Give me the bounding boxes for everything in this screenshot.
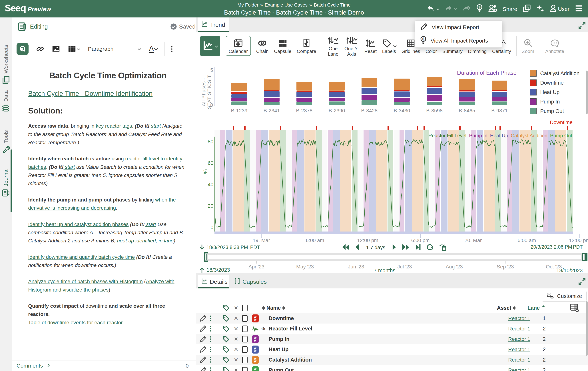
row-checkbox[interactable]	[242, 313, 248, 324]
table-row-heat-up[interactable]: ✕Heat UpReactor 12	[196, 344, 588, 355]
bar-segment-downtime[interactable]	[394, 90, 410, 91]
journal-inline-link[interactable]: start	[145, 221, 156, 227]
row-edit-pencil-icon[interactable]	[199, 324, 207, 334]
bar-segment-pump-out[interactable]	[264, 102, 280, 105]
row-kebab-menu[interactable]	[210, 313, 211, 324]
redo-button[interactable]	[444, 5, 457, 13]
tab-capsules[interactable]: Capsules	[231, 275, 269, 288]
bar-segment-downtime[interactable]	[329, 91, 345, 91]
bar-plot[interactable]	[214, 67, 480, 105]
bar-segment-pump-in[interactable]	[231, 98, 247, 101]
bar-segment-pump-out[interactable]	[329, 101, 345, 105]
row-edit-pencil-icon[interactable]	[199, 355, 207, 365]
breadcrumb-link[interactable]: My Folder	[237, 2, 258, 8]
bar-segment-pump-out[interactable]	[492, 101, 507, 105]
menu-item-view-all-impact-reports[interactable]: $View All Impact Reports	[415, 34, 502, 47]
row-remove-icon[interactable]: ✕	[234, 355, 238, 365]
row-edit-pencil-icon[interactable]	[199, 365, 207, 371]
header-remove-all-icon[interactable]: ✕	[234, 303, 238, 313]
bar-segment-catalyst-addition[interactable]	[362, 78, 377, 87]
go-to-end-button[interactable]	[415, 243, 421, 251]
bar-segment-catalyst-addition[interactable]	[296, 82, 312, 91]
chain-button[interactable]: Chain	[256, 38, 269, 54]
bar-segment-pump-in[interactable]	[492, 97, 507, 101]
bar-segment-catalyst-addition[interactable]	[394, 78, 410, 90]
breadcrumb-link[interactable]: Example Use Cases	[265, 2, 307, 8]
row-checkbox[interactable]	[242, 334, 248, 344]
paragraph-style-select[interactable]: Paragraph	[88, 46, 141, 52]
row-asset-link[interactable]: Reactor 1	[508, 334, 530, 344]
tab-details[interactable]: Details	[198, 275, 229, 288]
bar-segment-catalyst-addition[interactable]	[459, 79, 475, 90]
row-remove-icon[interactable]: ✕	[234, 324, 238, 334]
header-asset-column[interactable]: Asset	[497, 303, 517, 313]
row-checkbox[interactable]	[242, 324, 248, 334]
bar-segment-pump-in[interactable]	[329, 98, 345, 101]
row-kebab-menu[interactable]	[210, 344, 211, 355]
row-tag-icon[interactable]	[222, 365, 230, 371]
legend-item[interactable]: Downtime	[530, 78, 579, 87]
bar-segment-catalyst-addition[interactable]	[329, 82, 345, 91]
sidebar-item-data[interactable]: Data	[0, 90, 12, 123]
labels-button[interactable]: Labels	[382, 38, 396, 54]
annotate-button[interactable]: Annotate	[545, 38, 564, 54]
link-icon[interactable]	[36, 45, 44, 53]
overview-right-handle[interactable]	[581, 252, 588, 263]
bar-segment-pump-out[interactable]	[231, 101, 247, 105]
expand-details-icon[interactable]	[578, 278, 586, 286]
bar-segment-downtime[interactable]	[264, 90, 280, 91]
add-user-button[interactable]	[488, 4, 497, 14]
row-remove-icon[interactable]: ✕	[234, 365, 238, 371]
row-tag-icon[interactable]	[222, 344, 230, 355]
bar-segment-pump-out[interactable]	[459, 102, 475, 105]
row-tag-icon[interactable]	[222, 313, 230, 324]
bar-segment-downtime[interactable]	[231, 92, 247, 94]
bar-segment-heat-up[interactable]	[362, 88, 377, 94]
trend-type-dropdown-button[interactable]	[200, 36, 220, 56]
table-row-downtime[interactable]: ✕DowntimeReactor 11	[196, 313, 588, 324]
one-lane-button[interactable]: One Lane	[327, 35, 339, 57]
bar-segment-heat-up[interactable]	[492, 92, 507, 97]
range-end[interactable]: 20/3/2023 2:06 PM PDT	[498, 244, 583, 250]
bar-segment-catalyst-addition[interactable]	[264, 79, 280, 90]
calendar-button[interactable]: Calendar	[226, 36, 251, 56]
hamburger-menu-button[interactable]	[575, 5, 583, 13]
zoom-button[interactable]: Zoom	[522, 38, 534, 54]
legend-item[interactable]: Catalyst Addition	[530, 69, 579, 78]
row-edit-pencil-icon[interactable]	[199, 313, 207, 324]
row-edit-pencil-icon[interactable]	[199, 334, 207, 344]
bar-segment-heat-up[interactable]	[231, 94, 247, 98]
step-forward-large-button[interactable]	[402, 243, 410, 251]
step-forward-button[interactable]	[391, 243, 397, 251]
row-tag-icon[interactable]	[222, 324, 230, 334]
overview-left-handle[interactable]	[203, 252, 210, 263]
row-remove-icon[interactable]: ✕	[234, 344, 238, 355]
journal-inline-link[interactable]: start	[150, 123, 161, 129]
bar-segment-pump-out[interactable]	[362, 100, 377, 105]
row-checkbox[interactable]	[242, 344, 248, 355]
bar-segment-downtime[interactable]	[492, 90, 507, 91]
row-kebab-menu[interactable]	[210, 365, 211, 371]
legend-item[interactable]: Heat Up	[530, 87, 579, 97]
legend-scrollbar[interactable]	[586, 71, 588, 114]
one-y-axis-button[interactable]: One Y- Axis	[345, 35, 359, 57]
insert-table-icon[interactable]	[68, 45, 80, 53]
impact-report-button[interactable]: $	[476, 4, 483, 14]
tab-trend[interactable]: Trend	[198, 17, 229, 32]
bar-segment-catalyst-addition[interactable]	[492, 81, 507, 90]
breadcrumb-link[interactable]: Batch Cycle Time	[314, 2, 350, 8]
comments-bar[interactable]: Comments 0	[12, 360, 196, 371]
header-tag-icon[interactable]	[222, 303, 230, 313]
sidebar-item-tools[interactable]: Tools	[0, 130, 12, 165]
row-asset-link[interactable]: Reactor 1	[508, 313, 530, 324]
row-kebab-menu[interactable]	[210, 355, 211, 365]
bar-segment-downtime[interactable]	[459, 90, 475, 92]
duration-value[interactable]: 1.7 days	[366, 245, 385, 251]
capsule-button[interactable]: Capsule	[274, 38, 291, 54]
row-kebab-menu[interactable]	[210, 334, 211, 344]
duplicate-worksheet-button[interactable]	[523, 4, 531, 14]
bar-segment-pump-out[interactable]	[427, 102, 442, 105]
journal-inline-link[interactable]: Identify heat up and catalyst addition p…	[28, 221, 129, 227]
bar-segment-pump-in[interactable]	[459, 97, 475, 101]
header-lane-column[interactable]: Lane	[527, 303, 545, 313]
